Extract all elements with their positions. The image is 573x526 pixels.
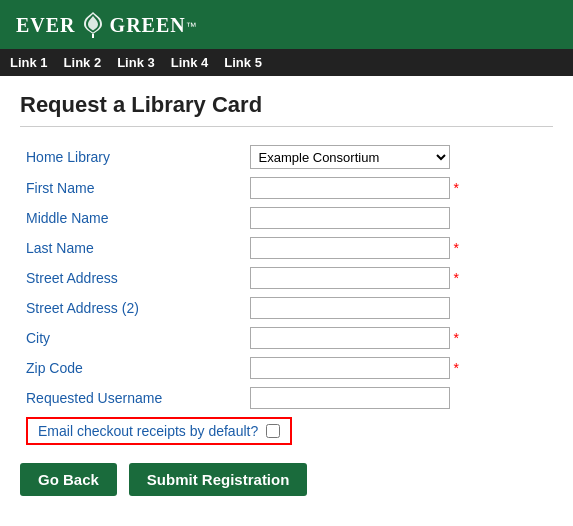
email-checkout-cell: Email checkout receipts by default? — [20, 413, 553, 449]
middle-name-input[interactable] — [250, 207, 450, 229]
zip-code-label: Zip Code — [20, 353, 244, 383]
street-address-label: Street Address — [20, 263, 244, 293]
divider — [20, 126, 553, 127]
last-name-row: Last Name * — [20, 233, 553, 263]
email-checkout-checkbox[interactable] — [266, 424, 280, 438]
first-name-required: * — [454, 180, 459, 196]
button-row: Go Back Submit Registration — [20, 463, 553, 496]
middle-name-field — [244, 203, 553, 233]
navbar: Link 1 Link 2 Link 3 Link 4 Link 5 — [0, 49, 573, 76]
home-library-label: Home Library — [20, 141, 244, 173]
username-label: Requested Username — [20, 383, 244, 413]
email-checkout-row: Email checkout receipts by default? — [20, 413, 553, 449]
street-address-field: * — [244, 263, 553, 293]
first-name-field: * — [244, 173, 553, 203]
home-library-field: Example Consortium — [244, 141, 553, 173]
street-address2-row: Street Address (2) — [20, 293, 553, 323]
middle-name-row: Middle Name — [20, 203, 553, 233]
username-row: Requested Username — [20, 383, 553, 413]
home-library-select[interactable]: Example Consortium — [250, 145, 450, 169]
last-name-input[interactable] — [250, 237, 450, 259]
city-field: * — [244, 323, 553, 353]
city-row: City * — [20, 323, 553, 353]
zip-code-input[interactable] — [250, 357, 450, 379]
username-field — [244, 383, 553, 413]
nav-link-5[interactable]: Link 5 — [224, 55, 262, 70]
main-content: Request a Library Card Home Library Exam… — [0, 76, 573, 512]
logo-leaf-icon — [79, 10, 107, 41]
nav-link-4[interactable]: Link 4 — [171, 55, 209, 70]
city-label: City — [20, 323, 244, 353]
city-input[interactable] — [250, 327, 450, 349]
submit-button[interactable]: Submit Registration — [129, 463, 308, 496]
zip-code-row: Zip Code * — [20, 353, 553, 383]
registration-form: Home Library Example Consortium First Na… — [20, 141, 553, 449]
street-address-required: * — [454, 270, 459, 286]
first-name-input[interactable] — [250, 177, 450, 199]
city-required: * — [454, 330, 459, 346]
street-address2-field — [244, 293, 553, 323]
logo-green-text: GREEN — [110, 14, 186, 37]
street-address2-label: Street Address (2) — [20, 293, 244, 323]
nav-link-3[interactable]: Link 3 — [117, 55, 155, 70]
first-name-label: First Name — [20, 173, 244, 203]
home-library-row: Home Library Example Consortium — [20, 141, 553, 173]
zip-code-field: * — [244, 353, 553, 383]
nav-link-2[interactable]: Link 2 — [64, 55, 102, 70]
header: EVER GREEN ™ — [0, 0, 573, 49]
logo: EVER GREEN ™ — [16, 10, 197, 41]
email-checkout-box: Email checkout receipts by default? — [26, 417, 292, 445]
street-address-row: Street Address * — [20, 263, 553, 293]
go-back-button[interactable]: Go Back — [20, 463, 117, 496]
email-checkout-label: Email checkout receipts by default? — [38, 423, 258, 439]
page-title: Request a Library Card — [20, 92, 553, 118]
logo-ever-text: EVER — [16, 14, 76, 37]
first-name-row: First Name * — [20, 173, 553, 203]
street-address2-input[interactable] — [250, 297, 450, 319]
street-address-input[interactable] — [250, 267, 450, 289]
last-name-field: * — [244, 233, 553, 263]
zip-required: * — [454, 360, 459, 376]
logo-trademark: ™ — [186, 20, 197, 32]
username-input[interactable] — [250, 387, 450, 409]
middle-name-label: Middle Name — [20, 203, 244, 233]
last-name-label: Last Name — [20, 233, 244, 263]
last-name-required: * — [454, 240, 459, 256]
nav-link-1[interactable]: Link 1 — [10, 55, 48, 70]
